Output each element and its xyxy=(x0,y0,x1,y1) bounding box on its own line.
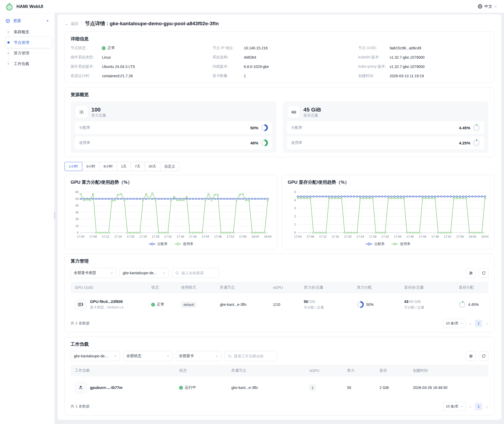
page-size-select[interactable]: 10 条/页 xyxy=(443,402,466,411)
workload-card: 工作负载 gke-kantaloupe-de... 全部状态 全部显卡 xyxy=(65,337,494,416)
compute-allocation-row: 分配率 50% xyxy=(75,121,272,134)
status-running-icon xyxy=(179,386,183,389)
page-number[interactable]: 1 xyxy=(475,403,482,410)
status-healthy-icon xyxy=(151,303,155,306)
gpu-type-select[interactable]: 全部显卡类型 xyxy=(71,268,116,278)
time-tab-2[interactable]: 3小时 xyxy=(82,162,100,171)
gpu-uuid[interactable]: GPU-f9cd...23f800 xyxy=(90,299,123,304)
next-page-button[interactable]: › xyxy=(485,404,488,409)
refresh-button[interactable] xyxy=(479,268,488,278)
app-root: HAMi WebUI 资源 集群概览 节点管理 算力管理 工作负载 xyxy=(0,0,504,424)
svg-text:17:24: 17:24 xyxy=(139,235,147,238)
compute-table-header: GPU UUID状态使用模式 所属节点vGPU算力余/总量 算力分配显存余/总量… xyxy=(71,282,488,293)
memory-free-total: 43/45 GiB 可分配 / 总量 xyxy=(403,299,458,310)
app-title: HAMi WebUI xyxy=(16,4,43,9)
legend-item[interactable]: 分配率 xyxy=(366,242,385,246)
workload-status-select[interactable]: 全部状态 xyxy=(123,351,173,361)
gpu-vgpu: 1/10 xyxy=(272,302,303,307)
next-page-button[interactable]: › xyxy=(485,321,488,326)
sidebar-item-workloads[interactable]: 工作负载 xyxy=(6,58,52,69)
workload-table-row[interactable]: gpuburn-...-lb77m 运行中 gke-kant...e-3fln … xyxy=(71,376,488,399)
chip-icon xyxy=(75,106,88,118)
globe-icon xyxy=(478,4,482,9)
menu-dot xyxy=(7,31,9,33)
time-tab-5[interactable]: 7天 xyxy=(131,162,145,171)
detail-container-runtime: 容器运行时:containerd://1.7.26 xyxy=(71,74,207,78)
sidebar-item-label: 节点管理 xyxy=(14,40,29,45)
time-tab-7[interactable]: 自定义 xyxy=(160,162,180,171)
refresh-icon xyxy=(481,354,486,358)
menu-dot xyxy=(7,63,9,65)
back-button[interactable]: ← 返回 xyxy=(65,21,78,26)
legend-item[interactable]: 分配率 xyxy=(149,242,168,246)
gpu-table-row[interactable]: GPU-f9cd...23f800 显卡类型：NVIDIA L4 正常 defa… xyxy=(71,293,488,316)
chevron-down-icon xyxy=(166,355,169,358)
detail-kernel-version: 内核版本:6.8.0-1029-gke xyxy=(212,64,353,69)
memory-allocation: 4.45% xyxy=(458,301,488,308)
svg-text:18:00: 18:00 xyxy=(251,235,259,238)
details-card: 详细信息 节点状态: 正常 节点 IP 地址:10.140.15.216 节点 … xyxy=(65,31,494,83)
legend-item[interactable]: 使用率 xyxy=(174,242,193,246)
workload-search-input[interactable] xyxy=(234,354,274,358)
gpu-node: gke-kant...e-3fln xyxy=(219,302,272,307)
status-healthy-icon xyxy=(102,46,105,50)
page-size-select[interactable]: 10 条/页 xyxy=(443,319,466,328)
gpu-type: NVIDIA L4 xyxy=(107,305,123,309)
overview-title: 资源概览 xyxy=(71,92,488,98)
svg-text:60: 60 xyxy=(75,190,79,194)
svg-text:17:36: 17:36 xyxy=(394,235,401,238)
time-tab-3[interactable]: 6小时 xyxy=(99,162,117,171)
sidebar-group-resources[interactable]: 资源 xyxy=(0,16,54,26)
node-select[interactable]: gke-kantaloupe-de... xyxy=(119,268,169,278)
sidebar-divider xyxy=(4,13,50,14)
workload-created: 2026-03-26 16:48:50 xyxy=(412,386,488,390)
svg-text:17:04: 17:04 xyxy=(77,235,84,238)
detail-gpu-count: 显卡数量:1 xyxy=(212,74,353,78)
pods-icon xyxy=(75,382,87,393)
time-tab-1[interactable]: 1小时 xyxy=(65,162,82,171)
resource-overview-card: 资源概览 100 算力总量 xyxy=(65,87,494,157)
workload-node-select[interactable]: gke-kantaloupe-de... xyxy=(71,351,120,361)
details-title: 详细信息 xyxy=(71,36,488,42)
workload-name[interactable]: gpuburn-...-lb77m xyxy=(90,386,122,390)
workload-node: gke-kant...e-3fln xyxy=(230,386,308,390)
svg-text:17:56: 17:56 xyxy=(239,235,246,238)
column-settings-button[interactable] xyxy=(466,268,476,278)
gpu-core-trend-chart: GPU 算力分配/使用趋势（%） 010203040506017:0417:08… xyxy=(65,175,277,249)
svg-text:18:04: 18:04 xyxy=(481,235,488,238)
sidebar-item-node-management[interactable]: 节点管理 xyxy=(6,37,52,48)
sidebar-item-cluster-overview[interactable]: 集群概览 xyxy=(6,27,52,37)
detail-node-uuid: 节点 UUID:9a615c96...a06c49 xyxy=(358,46,488,50)
language-selector[interactable]: 中文 xyxy=(478,4,497,9)
back-label: 返回 xyxy=(71,21,78,26)
column-settings-button[interactable] xyxy=(466,351,476,361)
workload-gpu-select[interactable]: 全部显卡 xyxy=(176,351,221,361)
time-range-tabs: 1小时3小时6小时1天7天30天自定义 xyxy=(65,162,180,171)
legend-item[interactable]: 使用率 xyxy=(391,242,410,246)
sidebar-resize-handle[interactable] xyxy=(54,212,55,219)
svg-text:17:36: 17:36 xyxy=(177,235,184,238)
allocation-ring xyxy=(261,124,268,131)
workload-search-box xyxy=(225,351,277,361)
workload-core: 50 xyxy=(346,386,378,390)
sidebar-item-compute-management[interactable]: 算力管理 xyxy=(6,48,52,58)
search-icon xyxy=(228,354,232,358)
time-tab-6[interactable]: 30天 xyxy=(144,162,161,171)
time-tab-4[interactable]: 1天 xyxy=(117,162,131,171)
detail-kubelet-version: kubelet 版本:v1.32.7-gke.1079000 xyxy=(358,55,488,60)
language-label: 中文 xyxy=(484,4,492,9)
core-free-total: 50/100 可分配 / 总量 xyxy=(303,299,356,310)
workload-table-header: 工作负载状态所属节点 vGPU算力显存 创建时间 xyxy=(71,365,488,376)
chevron-down-icon xyxy=(494,5,497,8)
detail-node-status: 节点状态: 正常 xyxy=(71,46,207,50)
svg-text:0: 0 xyxy=(77,231,79,234)
gpu-search-input[interactable] xyxy=(181,271,216,275)
prev-page-button[interactable]: ‹ xyxy=(469,404,472,409)
prev-page-button[interactable]: ‹ xyxy=(469,321,472,326)
search-icon xyxy=(175,271,179,275)
svg-text:18:04: 18:04 xyxy=(264,235,271,238)
page-number[interactable]: 1 xyxy=(475,320,482,327)
refresh-button[interactable] xyxy=(479,351,488,361)
svg-text:17:40: 17:40 xyxy=(189,235,197,238)
svg-text:17:24: 17:24 xyxy=(356,235,364,238)
